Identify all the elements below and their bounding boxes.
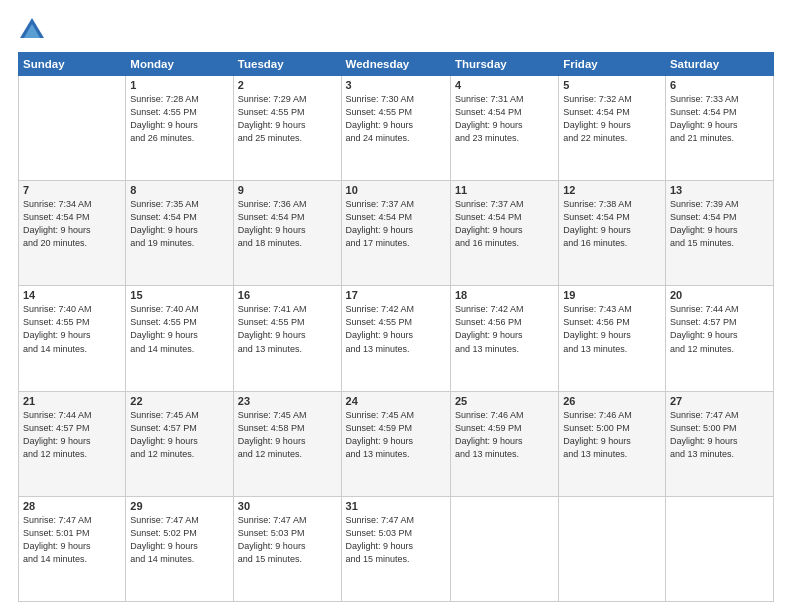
day-number: 22 xyxy=(130,395,229,407)
logo xyxy=(18,16,50,44)
cell-content: Sunrise: 7:31 AM Sunset: 4:54 PM Dayligh… xyxy=(455,93,554,145)
day-number: 14 xyxy=(23,289,121,301)
week-row-5: 28Sunrise: 7:47 AM Sunset: 5:01 PM Dayli… xyxy=(19,496,774,601)
day-number: 7 xyxy=(23,184,121,196)
calendar-cell: 1Sunrise: 7:28 AM Sunset: 4:55 PM Daylig… xyxy=(126,76,234,181)
cell-content: Sunrise: 7:28 AM Sunset: 4:55 PM Dayligh… xyxy=(130,93,229,145)
cell-content: Sunrise: 7:43 AM Sunset: 4:56 PM Dayligh… xyxy=(563,303,661,355)
calendar-cell: 25Sunrise: 7:46 AM Sunset: 4:59 PM Dayli… xyxy=(450,391,558,496)
cell-content: Sunrise: 7:47 AM Sunset: 5:01 PM Dayligh… xyxy=(23,514,121,566)
cell-content: Sunrise: 7:38 AM Sunset: 4:54 PM Dayligh… xyxy=(563,198,661,250)
day-number: 30 xyxy=(238,500,337,512)
calendar-cell: 6Sunrise: 7:33 AM Sunset: 4:54 PM Daylig… xyxy=(665,76,773,181)
day-header-wednesday: Wednesday xyxy=(341,53,450,76)
calendar-table: SundayMondayTuesdayWednesdayThursdayFrid… xyxy=(18,52,774,602)
calendar-cell: 4Sunrise: 7:31 AM Sunset: 4:54 PM Daylig… xyxy=(450,76,558,181)
cell-content: Sunrise: 7:37 AM Sunset: 4:54 PM Dayligh… xyxy=(455,198,554,250)
day-number: 24 xyxy=(346,395,446,407)
calendar-cell: 13Sunrise: 7:39 AM Sunset: 4:54 PM Dayli… xyxy=(665,181,773,286)
calendar-cell xyxy=(19,76,126,181)
cell-content: Sunrise: 7:37 AM Sunset: 4:54 PM Dayligh… xyxy=(346,198,446,250)
cell-content: Sunrise: 7:45 AM Sunset: 4:59 PM Dayligh… xyxy=(346,409,446,461)
logo-icon xyxy=(18,16,46,44)
cell-content: Sunrise: 7:40 AM Sunset: 4:55 PM Dayligh… xyxy=(23,303,121,355)
calendar-cell: 5Sunrise: 7:32 AM Sunset: 4:54 PM Daylig… xyxy=(559,76,666,181)
day-number: 25 xyxy=(455,395,554,407)
day-number: 5 xyxy=(563,79,661,91)
calendar-cell: 21Sunrise: 7:44 AM Sunset: 4:57 PM Dayli… xyxy=(19,391,126,496)
calendar-body: 1Sunrise: 7:28 AM Sunset: 4:55 PM Daylig… xyxy=(19,76,774,602)
day-number: 26 xyxy=(563,395,661,407)
calendar-cell: 23Sunrise: 7:45 AM Sunset: 4:58 PM Dayli… xyxy=(233,391,341,496)
calendar-cell: 10Sunrise: 7:37 AM Sunset: 4:54 PM Dayli… xyxy=(341,181,450,286)
day-header-thursday: Thursday xyxy=(450,53,558,76)
calendar-cell: 19Sunrise: 7:43 AM Sunset: 4:56 PM Dayli… xyxy=(559,286,666,391)
calendar-cell: 26Sunrise: 7:46 AM Sunset: 5:00 PM Dayli… xyxy=(559,391,666,496)
day-number: 31 xyxy=(346,500,446,512)
calendar-cell: 3Sunrise: 7:30 AM Sunset: 4:55 PM Daylig… xyxy=(341,76,450,181)
calendar-cell: 16Sunrise: 7:41 AM Sunset: 4:55 PM Dayli… xyxy=(233,286,341,391)
week-row-2: 7Sunrise: 7:34 AM Sunset: 4:54 PM Daylig… xyxy=(19,181,774,286)
day-header-saturday: Saturday xyxy=(665,53,773,76)
calendar-cell: 20Sunrise: 7:44 AM Sunset: 4:57 PM Dayli… xyxy=(665,286,773,391)
cell-content: Sunrise: 7:40 AM Sunset: 4:55 PM Dayligh… xyxy=(130,303,229,355)
day-number: 12 xyxy=(563,184,661,196)
day-number: 3 xyxy=(346,79,446,91)
calendar-cell: 17Sunrise: 7:42 AM Sunset: 4:55 PM Dayli… xyxy=(341,286,450,391)
calendar-cell: 7Sunrise: 7:34 AM Sunset: 4:54 PM Daylig… xyxy=(19,181,126,286)
week-row-4: 21Sunrise: 7:44 AM Sunset: 4:57 PM Dayli… xyxy=(19,391,774,496)
calendar-cell: 14Sunrise: 7:40 AM Sunset: 4:55 PM Dayli… xyxy=(19,286,126,391)
day-number: 19 xyxy=(563,289,661,301)
cell-content: Sunrise: 7:33 AM Sunset: 4:54 PM Dayligh… xyxy=(670,93,769,145)
day-number: 2 xyxy=(238,79,337,91)
day-number: 28 xyxy=(23,500,121,512)
day-number: 23 xyxy=(238,395,337,407)
calendar-cell: 8Sunrise: 7:35 AM Sunset: 4:54 PM Daylig… xyxy=(126,181,234,286)
cell-content: Sunrise: 7:34 AM Sunset: 4:54 PM Dayligh… xyxy=(23,198,121,250)
cell-content: Sunrise: 7:44 AM Sunset: 4:57 PM Dayligh… xyxy=(670,303,769,355)
cell-content: Sunrise: 7:47 AM Sunset: 5:03 PM Dayligh… xyxy=(238,514,337,566)
day-number: 1 xyxy=(130,79,229,91)
week-row-3: 14Sunrise: 7:40 AM Sunset: 4:55 PM Dayli… xyxy=(19,286,774,391)
calendar-cell: 28Sunrise: 7:47 AM Sunset: 5:01 PM Dayli… xyxy=(19,496,126,601)
day-number: 15 xyxy=(130,289,229,301)
calendar-cell: 24Sunrise: 7:45 AM Sunset: 4:59 PM Dayli… xyxy=(341,391,450,496)
day-number: 18 xyxy=(455,289,554,301)
day-number: 4 xyxy=(455,79,554,91)
cell-content: Sunrise: 7:47 AM Sunset: 5:00 PM Dayligh… xyxy=(670,409,769,461)
cell-content: Sunrise: 7:41 AM Sunset: 4:55 PM Dayligh… xyxy=(238,303,337,355)
calendar-cell xyxy=(665,496,773,601)
day-number: 11 xyxy=(455,184,554,196)
day-header-tuesday: Tuesday xyxy=(233,53,341,76)
cell-content: Sunrise: 7:30 AM Sunset: 4:55 PM Dayligh… xyxy=(346,93,446,145)
cell-content: Sunrise: 7:42 AM Sunset: 4:56 PM Dayligh… xyxy=(455,303,554,355)
cell-content: Sunrise: 7:44 AM Sunset: 4:57 PM Dayligh… xyxy=(23,409,121,461)
calendar-cell: 31Sunrise: 7:47 AM Sunset: 5:03 PM Dayli… xyxy=(341,496,450,601)
cell-content: Sunrise: 7:42 AM Sunset: 4:55 PM Dayligh… xyxy=(346,303,446,355)
calendar-cell: 22Sunrise: 7:45 AM Sunset: 4:57 PM Dayli… xyxy=(126,391,234,496)
day-number: 20 xyxy=(670,289,769,301)
calendar-cell: 9Sunrise: 7:36 AM Sunset: 4:54 PM Daylig… xyxy=(233,181,341,286)
week-row-1: 1Sunrise: 7:28 AM Sunset: 4:55 PM Daylig… xyxy=(19,76,774,181)
day-number: 9 xyxy=(238,184,337,196)
calendar-cell: 12Sunrise: 7:38 AM Sunset: 4:54 PM Dayli… xyxy=(559,181,666,286)
calendar-cell: 30Sunrise: 7:47 AM Sunset: 5:03 PM Dayli… xyxy=(233,496,341,601)
calendar-cell: 11Sunrise: 7:37 AM Sunset: 4:54 PM Dayli… xyxy=(450,181,558,286)
day-header-sunday: Sunday xyxy=(19,53,126,76)
cell-content: Sunrise: 7:47 AM Sunset: 5:02 PM Dayligh… xyxy=(130,514,229,566)
day-number: 13 xyxy=(670,184,769,196)
calendar-cell xyxy=(559,496,666,601)
page: SundayMondayTuesdayWednesdayThursdayFrid… xyxy=(0,0,792,612)
cell-content: Sunrise: 7:32 AM Sunset: 4:54 PM Dayligh… xyxy=(563,93,661,145)
days-of-week-row: SundayMondayTuesdayWednesdayThursdayFrid… xyxy=(19,53,774,76)
cell-content: Sunrise: 7:35 AM Sunset: 4:54 PM Dayligh… xyxy=(130,198,229,250)
cell-content: Sunrise: 7:45 AM Sunset: 4:58 PM Dayligh… xyxy=(238,409,337,461)
day-number: 17 xyxy=(346,289,446,301)
day-number: 10 xyxy=(346,184,446,196)
day-number: 6 xyxy=(670,79,769,91)
calendar-cell: 15Sunrise: 7:40 AM Sunset: 4:55 PM Dayli… xyxy=(126,286,234,391)
cell-content: Sunrise: 7:47 AM Sunset: 5:03 PM Dayligh… xyxy=(346,514,446,566)
calendar-cell: 27Sunrise: 7:47 AM Sunset: 5:00 PM Dayli… xyxy=(665,391,773,496)
day-number: 29 xyxy=(130,500,229,512)
header xyxy=(18,16,774,44)
